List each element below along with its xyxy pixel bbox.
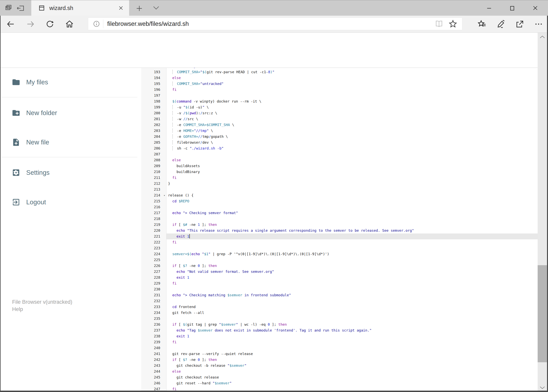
code-line[interactable]: 202 -e COMMIT_SHA=$COMMIT_SHA \ [141,122,538,128]
favorite-star-icon[interactable] [448,19,458,28]
code-line[interactable]: 239 fi [141,339,538,345]
code-line[interactable]: 203 -e HOME="//tmp" \ [141,128,538,134]
code-line[interactable]: 230 [141,286,538,292]
code-line[interactable]: 210 buildBinary [141,169,538,175]
code-line[interactable]: 242 if [ $? -ne 0 ]; then [141,357,538,363]
home-button[interactable] [61,16,78,33]
app-version-text: File Browser v(untracked) [12,298,72,306]
code-line[interactable]: 241 git rev-parse --verify --quiet relea… [141,351,538,357]
text-cursor [189,234,190,238]
tab-preview-icon[interactable] [4,4,13,13]
code-line[interactable]: 247 fi [141,386,538,391]
code-line[interactable]: 197 [141,93,538,98]
share-page-icon[interactable] [510,16,529,33]
minimize-button[interactable] [478,0,501,16]
code-line[interactable]: 237 echo "Tag $semver does not exist in … [141,327,538,333]
vertical-scrollbar[interactable] [538,33,547,392]
sidebar-item-settings[interactable]: Settings [0,164,141,181]
line-number: 244 [141,369,166,374]
line-number: 247 [141,386,166,391]
code-line[interactable]: 226 if [ $? -ne 0 ]; then [141,263,538,269]
code-line[interactable]: 209 buildAssets [141,163,538,169]
close-window-button[interactable] [524,0,547,16]
maximize-button[interactable] [501,0,524,16]
code-line[interactable]: 196 fi [141,87,538,93]
code-line[interactable]: 231 echo "> Checking matching $semver in… [141,292,538,298]
code-line[interactable]: 195 COMMIT_SHA="untracked" [141,81,538,87]
code-line[interactable]: 232 [141,298,538,304]
code-line[interactable]: 199 -u "$(id -u)" \ [141,104,538,110]
code-line[interactable]: 205 filebrowser/dev \ [141,140,538,145]
code-line[interactable]: 221 exit 1 [141,233,538,239]
address-bar: filebrowser.web/files/wizard.sh [0,16,548,33]
scrollbar-thumb[interactable] [538,265,547,362]
code-line[interactable]: 236 if [ $(git tag | grep "$semver" | wc… [141,322,538,327]
code-line[interactable]: 244 else [141,369,538,374]
code-line[interactable]: 208 else [141,157,538,163]
code-line[interactable]: 215 cd $REPO [141,198,538,204]
site-info-icon[interactable] [92,20,100,28]
url-text[interactable]: filebrowser.web/files/wizard.sh [107,20,435,28]
reading-view-icon[interactable] [435,20,443,28]
code-line[interactable]: 193 COMMIT_SHA="$(git rev-parse HEAD | c… [141,69,538,75]
line-number: 209 [141,163,166,169]
code-line[interactable]: 229 fi [141,280,538,286]
sidebar-item-new-folder[interactable]: New folder [0,105,141,121]
tab-list-chevron-icon[interactable] [152,5,161,11]
code-line[interactable]: 219 if [ $# -ne 1 ]; then [141,222,538,228]
code-line[interactable]: 246 git reset --hard "$semver" [141,380,538,386]
sidebar-item-new-file[interactable]: New file [0,134,141,150]
code-line[interactable]: 201 -w //src \ [141,116,538,122]
line-number: 243 [141,363,166,369]
code-line[interactable]: 220 echo "This release script requires a… [141,228,538,233]
code-line[interactable]: 212} [141,181,538,187]
code-line[interactable]: 207 [141,151,538,157]
code-line[interactable]: 211 fi [141,175,538,181]
code-line[interactable]: 223 [141,245,538,251]
code-editor[interactable]: 192 if [ -d ".git" ]; then193 COMMIT_SHA… [141,68,538,391]
line-number: 229 [141,280,166,286]
code-line[interactable]: 234 git fetch --all [141,310,538,316]
code-line[interactable]: 222 fi [141,239,538,245]
code-line[interactable]: 233 cd frontend [141,304,538,310]
refresh-button[interactable] [41,16,59,33]
line-number: 238 [141,333,166,339]
new-tab-button[interactable] [135,5,144,12]
back-button[interactable] [2,16,20,33]
url-field[interactable]: filebrowser.web/files/wizard.sh [88,18,462,30]
code-line[interactable]: 225 [141,257,538,263]
code-line[interactable]: 217 echo "> Checking semver format" [141,210,538,216]
code-line[interactable]: 206 sh -c "./wizard.sh -b" [141,145,538,151]
code-line[interactable]: 194 else [141,75,538,81]
code-line[interactable]: 214▾release () { [141,192,538,198]
code-line[interactable]: 243 git checkout -b release "$semver" [141,363,538,369]
page-icon [38,5,45,11]
tab-wizard-sh[interactable]: wizard.sh [31,0,129,16]
code-line[interactable]: 224 semver=$(echo "$1" | grep -P '^v(0|[… [141,251,538,257]
tab-close-icon[interactable] [118,5,124,11]
code-line[interactable]: 200 -v /$(pwd):/src:z \ [141,110,538,116]
scroll-up-icon[interactable] [538,33,547,41]
code-line[interactable]: 227 echo "Not valid semver format. See s… [141,269,538,275]
code-line[interactable]: 204 -e GOPATH=//tmp/gopath \ [141,134,538,140]
code-line[interactable]: 245 git checkout release [141,374,538,380]
code-line[interactable]: 218 [141,216,538,222]
sidebar-item-logout[interactable]: Logout [0,194,141,210]
sidebar-item-my-files[interactable]: My files [0,74,141,91]
code-line[interactable]: 235 [141,316,538,322]
code-line[interactable]: 213 [141,187,538,192]
code-line[interactable]: 216 [141,204,538,210]
code-line[interactable]: 228 exit 1 [141,275,538,280]
code-line[interactable]: 198 $(command -v winpty) docker run --rm… [141,98,538,104]
web-note-pen-icon[interactable] [492,16,510,33]
line-number: 207 [141,151,166,157]
line-number: 241 [141,351,166,357]
code-line[interactable]: 240 [141,345,538,351]
forward-button[interactable] [21,16,39,33]
code-line[interactable]: 238 exit 1 [141,333,538,339]
fold-arrow-icon[interactable]: ▾ [164,193,165,198]
hub-favorites-icon[interactable] [473,16,492,33]
more-options-icon[interactable] [529,16,548,33]
help-link[interactable]: Help [12,306,72,313]
set-tabs-aside-icon[interactable] [16,4,25,13]
